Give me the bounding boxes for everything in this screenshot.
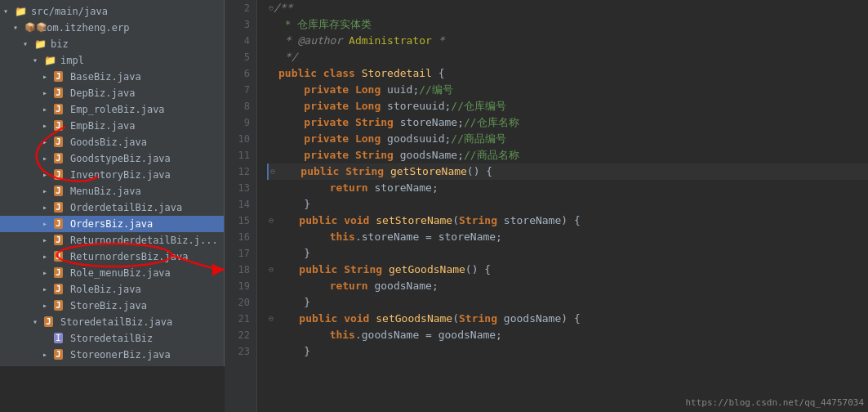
line-number: 2	[231, 0, 250, 16]
tree-item-label: biz	[51, 38, 69, 50]
sidebar-item-ReturnorderdetailBiz.j[interactable]: ReturnorderdetailBiz.j...	[0, 232, 224, 249]
file-tree[interactable]: src/main/java📦com.itzheng.erpbizimplBase…	[0, 0, 225, 366]
code-text: public void setStoreName(String storeNam…	[274, 213, 581, 229]
sidebar-item-RoleBiz.java[interactable]: RoleBiz.java	[0, 281, 224, 298]
tree-arrow	[33, 317, 42, 327]
sidebar-item-src-main-java[interactable]: src/main/java	[0, 3, 224, 20]
sidebar-item-Role_menuBiz.java[interactable]: Role_menuBiz.java	[0, 265, 224, 281]
line-number: 21	[231, 311, 250, 327]
code-line: ⊖/**	[267, 0, 868, 16]
tree-arrow	[42, 154, 52, 163]
java-file-icon	[54, 218, 67, 230]
folder-icon	[44, 55, 57, 66]
tree-item-label: com.itzheng.erp	[41, 22, 129, 34]
code-text: this.goodsName = goodsName;	[278, 327, 502, 343]
line-number: 13	[231, 180, 250, 196]
line-number: 19	[231, 278, 250, 294]
interface-icon	[54, 333, 67, 344]
code-text: }	[278, 245, 310, 262]
tree-item-label: MenuBiz.java	[70, 186, 141, 197]
java-file-icon	[54, 186, 67, 197]
line-number: 23	[231, 343, 250, 360]
line-numbers: 234567891011121314151617181920212223	[225, 0, 257, 412]
line-number: 4	[231, 33, 250, 49]
tree-arrow	[42, 268, 52, 278]
code-text: private Long goodsuuid;//商品编号	[278, 131, 506, 147]
code-text: }	[278, 294, 310, 311]
tree-arrow	[42, 121, 52, 131]
code-text: return goodsName;	[278, 278, 438, 294]
code-text: }	[278, 343, 310, 360]
sidebar-item-impl[interactable]: impl	[0, 52, 224, 69]
sidebar-item-OrdersBiz.java[interactable]: OrdersBiz.java	[0, 216, 224, 232]
code-line: private Long storeuuid;//仓库编号	[267, 98, 868, 114]
code-content-area: ⊖/** * 仓库库存实体类 * @author Administrator *…	[257, 0, 868, 412]
code-line: return storeName;	[267, 180, 868, 196]
tree-item-label: BaseBiz.java	[70, 71, 141, 83]
java-file-icon	[54, 169, 67, 181]
sidebar-item-OrderdetailBiz.java[interactable]: OrderdetailBiz.java	[0, 199, 224, 216]
sidebar-item-GoodsBiz.java[interactable]: GoodsBiz.java	[0, 134, 224, 150]
sidebar-item-MenuBiz.java[interactable]: MenuBiz.java	[0, 183, 224, 199]
tree-arrow	[42, 301, 52, 311]
code-line: ⊖ public void setGoodsName(String goodsN…	[267, 311, 868, 327]
code-text: private Long storeuuid;//仓库编号	[278, 98, 506, 114]
line-number: 18	[231, 262, 250, 278]
code-line: ⊖ public String getGoodsName() {	[267, 262, 868, 278]
java-file-icon	[54, 153, 67, 164]
code-line: }	[267, 343, 868, 360]
java-file-icon	[54, 87, 67, 99]
code-line: this.storeName = storeName;	[267, 229, 868, 245]
sidebar-item-BaseBiz.java[interactable]: BaseBiz.java	[0, 69, 224, 85]
tree-arrow	[42, 350, 52, 360]
tree-arrow	[42, 186, 52, 196]
watermark: https://blog.csdn.net/qq_44757034	[685, 397, 864, 408]
tree-arrow	[42, 105, 52, 114]
folder-icon	[15, 6, 28, 17]
sidebar-item-ReturnordersBiz.java[interactable]: ReturnordersBiz.java	[0, 249, 224, 265]
tree-item-label: InventoryBiz.java	[70, 169, 171, 181]
tree-item-label: StoredetailBiz.java	[60, 316, 172, 328]
sidebar-item-StoreBiz.java[interactable]: StoreBiz.java	[0, 298, 224, 314]
code-text: return storeName;	[278, 180, 438, 196]
line-number: 12	[231, 163, 250, 180]
tree-item-label: Emp_roleBiz.java	[70, 104, 165, 115]
java-file-icon	[54, 267, 67, 279]
tree-item-label: EmpBiz.java	[70, 120, 135, 132]
java-file-icon	[54, 300, 67, 311]
code-text: private String storeName;//仓库名称	[278, 114, 519, 131]
line-number: 6	[231, 65, 250, 82]
line-number: 14	[231, 196, 250, 213]
code-line: private Long uuid;//编号	[267, 82, 868, 98]
tree-item-label: StoredetailBiz	[70, 333, 153, 344]
sidebar-item-EmpBiz.java[interactable]: EmpBiz.java	[0, 118, 224, 134]
code-line: * @author Administrator *	[267, 33, 868, 49]
line-number: 7	[231, 82, 250, 98]
code-line: private String storeName;//仓库名称	[267, 114, 868, 131]
code-text: }	[278, 196, 310, 213]
sidebar-item-StoredetailBiz[interactable]: StoredetailBiz	[0, 330, 224, 347]
sidebar-item-DepBiz.java[interactable]: DepBiz.java	[0, 85, 224, 101]
sidebar-item-com-itzheng-erp[interactable]: 📦com.itzheng.erp	[0, 20, 224, 36]
sidebar-item-StoreonerBiz.java[interactable]: StoreonerBiz.java	[0, 347, 224, 363]
tree-arrow	[42, 88, 52, 98]
tree-arrow	[13, 23, 23, 33]
sidebar-item-InventoryBiz.java[interactable]: InventoryBiz.java	[0, 167, 224, 183]
code-text: * @author Administrator *	[278, 33, 445, 49]
sidebar-item-Emp_roleBiz.java[interactable]: Emp_roleBiz.java	[0, 101, 224, 118]
line-number: 15	[231, 213, 250, 229]
code-text: private String goodsName;//商品名称	[278, 147, 519, 163]
sidebar-item-biz[interactable]: biz	[0, 36, 224, 52]
sidebar-item-StoredetailBiz.java[interactable]: StoredetailBiz.java	[0, 314, 224, 330]
code-text: private Long uuid;//编号	[278, 82, 453, 98]
tree-arrow	[42, 252, 52, 262]
tree-item-label: ReturnordersBiz.java	[70, 251, 189, 262]
code-line: }	[267, 196, 868, 213]
code-line: ⊖ public void setStoreName(String storeN…	[267, 213, 868, 229]
code-text: public String getGoodsName() {	[274, 262, 491, 278]
code-editor[interactable]: 234567891011121314151617181920212223 ⊖/*…	[225, 0, 868, 412]
line-number: 16	[231, 229, 250, 245]
sidebar-item-GoodstypeBiz.java[interactable]: GoodstypeBiz.java	[0, 150, 224, 167]
line-number: 5	[231, 49, 250, 65]
tree-arrow	[42, 203, 52, 213]
